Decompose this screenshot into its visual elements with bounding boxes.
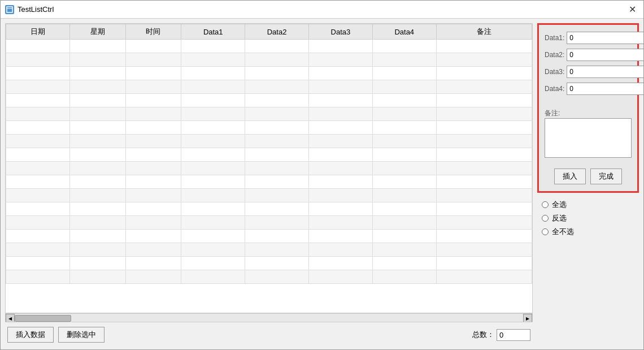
table-container[interactable]: 日期 星期 时间 Data1 Data2 Data3 Data4 备注	[5, 23, 533, 313]
bottom-bar: 插入数据 删除选中 总数：	[5, 322, 533, 345]
table-cell	[125, 94, 181, 107]
radio-label-deselect: 全不选	[552, 227, 574, 237]
table-row[interactable]	[6, 107, 532, 121]
data1-input[interactable]	[567, 32, 643, 44]
table-cell	[181, 189, 245, 202]
table-cell	[6, 148, 70, 162]
table-row[interactable]	[6, 216, 532, 230]
table-cell	[436, 243, 532, 257]
radio-deselect[interactable]: 全不选	[542, 227, 634, 237]
table-row[interactable]	[6, 243, 532, 257]
table-row[interactable]	[6, 257, 532, 270]
table-cell	[245, 148, 309, 162]
radio-select-all[interactable]: 全选	[542, 200, 634, 210]
table-cell	[6, 270, 70, 284]
table-cell	[245, 53, 309, 67]
table-cell	[372, 162, 436, 175]
table-cell	[436, 270, 532, 284]
table-cell	[69, 53, 125, 67]
radio-circle-invert	[542, 215, 549, 222]
delete-selected-button[interactable]: 删除选中	[58, 327, 105, 343]
close-button[interactable]: ✕	[625, 3, 639, 16]
table-cell	[436, 80, 532, 94]
table-cell	[436, 202, 532, 216]
horizontal-scrollbar[interactable]: ◀ ▶	[5, 313, 533, 322]
note-textarea[interactable]	[545, 118, 632, 158]
data4-label: Data4:	[545, 85, 564, 93]
table-row[interactable]	[6, 202, 532, 216]
table-cell	[309, 175, 373, 189]
radio-panel: 全选 反选 全不选	[537, 197, 639, 239]
table-row[interactable]	[6, 230, 532, 243]
scroll-thumb[interactable]	[15, 315, 71, 322]
table-cell	[6, 216, 70, 230]
table-cell	[436, 135, 532, 148]
table-cell	[181, 216, 245, 230]
total-label: 总数：	[472, 330, 494, 340]
data3-label: Data3:	[545, 68, 564, 76]
table-cell	[436, 189, 532, 202]
table-row[interactable]	[6, 40, 532, 53]
table-cell	[181, 40, 245, 53]
radio-circle-select-all	[542, 201, 549, 208]
table-cell	[125, 202, 181, 216]
table-cell	[372, 243, 436, 257]
table-row[interactable]	[6, 80, 532, 94]
table-cell	[372, 121, 436, 135]
table-cell	[372, 175, 436, 189]
col-header-date: 日期	[6, 24, 70, 40]
table-cell	[372, 189, 436, 202]
scroll-left-arrow[interactable]: ◀	[6, 314, 15, 322]
table-row[interactable]	[6, 162, 532, 175]
table-cell	[436, 67, 532, 80]
table-row[interactable]	[6, 175, 532, 189]
table-cell	[69, 230, 125, 243]
total-input[interactable]	[497, 329, 530, 341]
scroll-right-arrow[interactable]: ▶	[523, 314, 532, 322]
table-cell	[372, 67, 436, 80]
table-cell	[309, 243, 373, 257]
table-row[interactable]	[6, 67, 532, 80]
data3-input[interactable]	[567, 66, 643, 78]
insert-button[interactable]: 插入	[554, 168, 586, 184]
form-buttons: 插入 完成	[545, 168, 632, 184]
table-cell	[125, 148, 181, 162]
table-cell	[181, 94, 245, 107]
radio-invert[interactable]: 反选	[542, 213, 634, 223]
table-cell	[372, 216, 436, 230]
table-row[interactable]	[6, 270, 532, 284]
table-header-row: 日期 星期 时间 Data1 Data2 Data3 Data4 备注	[6, 24, 532, 40]
table-row[interactable]	[6, 94, 532, 107]
col-header-week: 星期	[69, 24, 125, 40]
table-cell	[181, 148, 245, 162]
table-row[interactable]	[6, 121, 532, 135]
table-row[interactable]	[6, 189, 532, 202]
done-button[interactable]: 完成	[590, 168, 622, 184]
table-row[interactable]	[6, 135, 532, 148]
insert-data-button[interactable]: 插入数据	[7, 327, 54, 343]
table-cell	[181, 202, 245, 216]
table-cell	[245, 40, 309, 53]
table-cell	[125, 80, 181, 94]
table-cell	[125, 162, 181, 175]
table-row[interactable]	[6, 148, 532, 162]
table-cell	[181, 135, 245, 148]
table-cell	[6, 53, 70, 67]
data2-input[interactable]	[567, 49, 643, 61]
data4-input[interactable]	[567, 83, 643, 95]
table-cell	[372, 230, 436, 243]
table-cell	[309, 135, 373, 148]
table-cell	[181, 270, 245, 284]
table-cell	[245, 175, 309, 189]
table-cell	[69, 121, 125, 135]
table-cell	[6, 135, 70, 148]
table-cell	[6, 107, 70, 121]
table-cell	[436, 40, 532, 53]
table-cell	[245, 243, 309, 257]
table-cell	[309, 40, 373, 53]
table-cell	[125, 270, 181, 284]
table-cell	[309, 270, 373, 284]
table-cell	[436, 107, 532, 121]
table-row[interactable]	[6, 53, 532, 67]
table-cell	[245, 189, 309, 202]
